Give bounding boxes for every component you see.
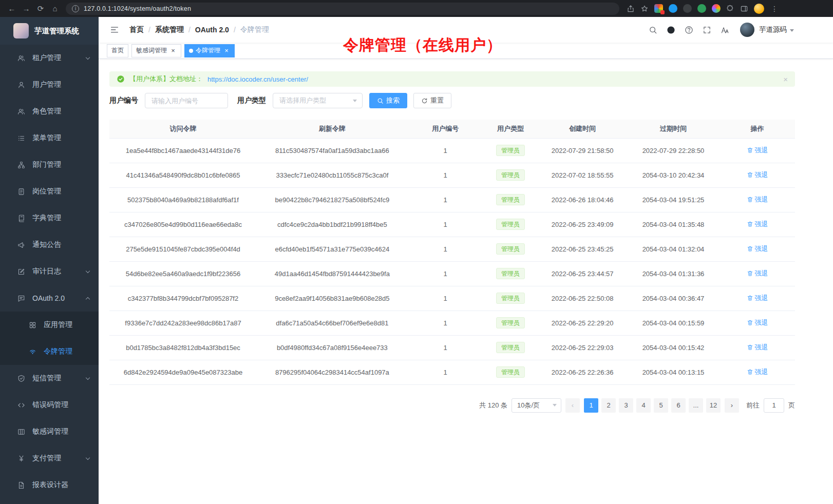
user-id-input[interactable] (145, 93, 228, 108)
help-icon[interactable] (685, 26, 693, 34)
force-logout-button[interactable]: 强退 (747, 269, 768, 278)
force-logout-button[interactable]: 强退 (747, 146, 768, 155)
pager-page-button-12[interactable]: 12 (706, 398, 721, 413)
sidebar-item-menu[interactable]: 菜单管理 (0, 125, 99, 151)
user-avatar[interactable] (740, 23, 754, 37)
sidebar-item-user[interactable]: 用户管理 (0, 71, 99, 98)
browser-forward-icon[interactable]: → (20, 2, 33, 15)
pager-page-button-1[interactable]: 1 (584, 398, 598, 413)
cell-actions: 强退 (720, 237, 795, 261)
force-logout-button[interactable]: 强退 (747, 343, 768, 352)
oauth-icon (17, 295, 25, 302)
goto-page-input[interactable] (764, 398, 784, 413)
browser-reload-icon[interactable]: ⟳ (34, 2, 47, 15)
sidebar-item-report-designer[interactable]: 报表设计器 (0, 472, 99, 498)
site-info-icon[interactable]: i (72, 5, 79, 12)
fullscreen-icon[interactable] (703, 26, 711, 34)
user-menu-caret-icon[interactable] (790, 29, 794, 32)
users-icon (17, 108, 25, 115)
audit-log-icon (17, 268, 25, 276)
sidebar-item-oauth2-token[interactable]: 令牌管理 (0, 338, 99, 365)
side-panel-icon[interactable] (740, 5, 748, 13)
sidebar-item-audit-log[interactable]: 审计日志 (0, 258, 99, 285)
sidebar-item-post[interactable]: 岗位管理 (0, 178, 99, 205)
chevron-down-icon (86, 455, 90, 459)
app-logo[interactable]: 芋道管理系统 (0, 17, 99, 45)
browser-profile-avatar[interactable] (754, 4, 764, 14)
user-type-badge: 管理员 (496, 169, 525, 181)
sidebar-toggle-button[interactable] (107, 22, 122, 37)
extension-icon[interactable] (683, 4, 692, 13)
extension-icon[interactable] (669, 4, 677, 13)
browser-home-icon[interactable]: ⌂ (48, 2, 62, 15)
pager-prev-button[interactable]: ‹ (565, 398, 580, 413)
pager-page-button-4[interactable]: 4 (636, 398, 651, 413)
sidebar-item-oauth2[interactable]: OAuth 2.0 (0, 285, 99, 312)
page-size-select[interactable]: 10条/页 (512, 398, 561, 413)
doc-link[interactable]: https://doc.iocoder.cn/user-center/ (207, 75, 308, 83)
search-icon[interactable] (649, 26, 657, 34)
cell-actions: 强退 (720, 163, 795, 187)
trash-icon (747, 369, 753, 375)
sidebar-item-dept[interactable]: 部门管理 (0, 151, 99, 178)
chevron-down-icon (86, 268, 90, 273)
browser-menu-icon[interactable]: ⋮ (770, 5, 779, 13)
extension-icon[interactable] (654, 4, 663, 13)
force-logout-button[interactable]: 强退 (747, 367, 768, 377)
github-icon[interactable] (667, 26, 675, 34)
tab-token[interactable]: 令牌管理× (184, 44, 235, 57)
sidebar-item-sms[interactable]: 短信管理 (0, 365, 99, 392)
tab-home[interactable]: 首页 (107, 44, 128, 57)
sidebar-item-error-code[interactable]: 错误码管理 (0, 392, 99, 418)
tab-label: 敏感词管理 (136, 46, 167, 55)
browser-address-bar[interactable]: i 127.0.0.1:1024/system/oauth2/token (66, 3, 619, 15)
extension-icon[interactable] (712, 4, 721, 13)
pager-page-button-2[interactable]: 2 (601, 398, 616, 413)
force-logout-button[interactable]: 强退 (747, 294, 768, 303)
pager-next-button[interactable]: › (725, 398, 739, 413)
bookmark-star-icon[interactable] (640, 5, 649, 13)
sidebar-item-sensitive-word[interactable]: 敏感词管理 (0, 418, 99, 445)
pager-page-button-3[interactable]: 3 (619, 398, 633, 413)
cell-expire-time: 2054-03-04 00:36:47 (627, 286, 720, 311)
cell-user-type: 管理员 (483, 311, 538, 335)
sidebar-item-notice[interactable]: 通知公告 (0, 231, 99, 258)
alert-close-icon[interactable]: × (783, 75, 788, 84)
puzzle-extensions-icon[interactable] (726, 5, 734, 13)
share-icon[interactable] (627, 5, 635, 13)
force-logout-button[interactable]: 强退 (747, 170, 768, 180)
reset-button[interactable]: 重置 (413, 93, 451, 108)
sidebar-item-label: 报表设计器 (32, 480, 89, 490)
extension-icon[interactable] (697, 4, 706, 13)
cell-refresh-token: 49d1aa46d1454fbd87591444423be9fa (257, 261, 408, 286)
pager-more-button[interactable]: ... (689, 398, 703, 413)
user-name[interactable]: 芋道源码 (759, 25, 787, 34)
tab-close-icon[interactable]: × (169, 47, 177, 54)
tab-close-icon[interactable]: × (223, 47, 230, 54)
breadcrumb-item[interactable]: OAuth 2.0 (195, 26, 229, 34)
force-logout-button[interactable]: 强退 (747, 318, 768, 327)
col-create-time: 创建时间 (538, 120, 627, 138)
search-button[interactable]: 搜索 (369, 93, 407, 108)
sidebar-item-pay[interactable]: 支付管理 (0, 445, 99, 472)
tab-sensitive-word[interactable]: 敏感词管理× (131, 44, 181, 57)
sidebar-item-dict[interactable]: 字典管理 (0, 205, 99, 231)
browser-back-icon[interactable]: ← (5, 2, 18, 15)
pager-page-button-6[interactable]: 6 (671, 398, 686, 413)
chevron-up-icon (86, 297, 90, 301)
user-type-badge: 管理员 (496, 243, 525, 255)
force-logout-button[interactable]: 强退 (747, 195, 768, 204)
sidebar-item-oauth2-app[interactable]: 应用管理 (0, 312, 99, 338)
pagination-total: 共 120 条 (479, 401, 507, 410)
font-size-icon[interactable] (721, 26, 729, 34)
force-logout-button[interactable]: 强退 (747, 220, 768, 229)
sidebar-item-tenant[interactable]: 租户管理 (0, 45, 99, 71)
pager-page-button-5[interactable]: 5 (654, 398, 668, 413)
url-text: 127.0.0.1:1024/system/oauth2/token (84, 5, 191, 12)
breadcrumb-item[interactable]: 首页 (129, 25, 144, 34)
user-type-select[interactable]: 请选择用户类型 (273, 93, 363, 108)
force-logout-button[interactable]: 强退 (747, 244, 768, 254)
cell-actions: 强退 (720, 187, 795, 212)
breadcrumb-item[interactable]: 系统管理 (155, 25, 184, 34)
sidebar-item-role[interactable]: 角色管理 (0, 98, 99, 125)
